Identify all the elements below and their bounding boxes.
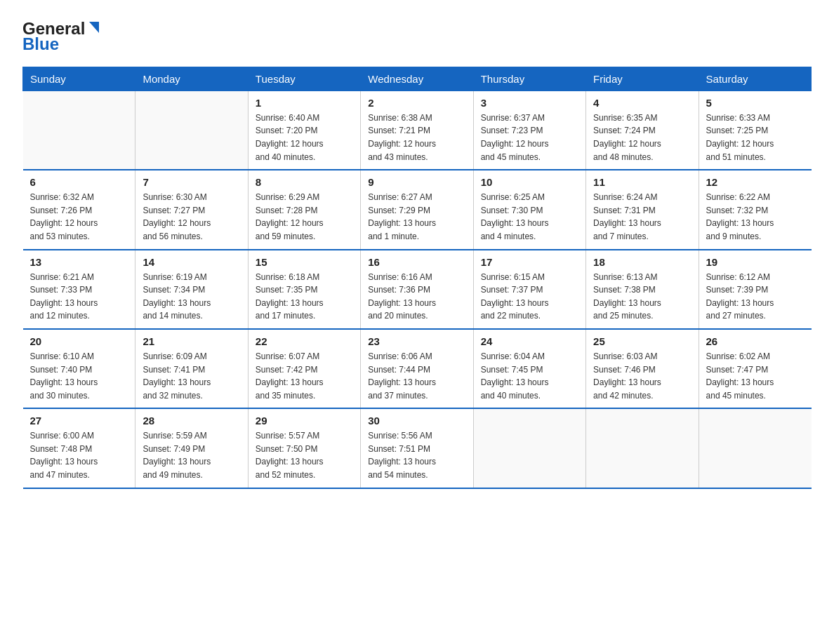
calendar-header-wednesday: Wednesday [361,67,473,90]
day-info: Sunrise: 6:40 AM Sunset: 7:20 PM Dayligh… [256,112,353,163]
logo-arrow-icon [86,20,102,36]
day-info: Sunrise: 6:37 AM Sunset: 7:23 PM Dayligh… [481,112,578,163]
page-header: General Blue [22,17,812,54]
day-number: 7 [143,176,240,188]
day-number: 16 [368,256,465,268]
day-info: Sunrise: 6:33 AM Sunset: 7:25 PM Dayligh… [706,112,805,163]
calendar-cell: 19Sunrise: 6:12 AM Sunset: 7:39 PM Dayli… [699,250,811,329]
day-number: 5 [706,97,805,109]
calendar-cell: 2Sunrise: 6:38 AM Sunset: 7:21 PM Daylig… [361,90,473,170]
day-info: Sunrise: 6:29 AM Sunset: 7:28 PM Dayligh… [256,191,353,243]
calendar-cell: 9Sunrise: 6:27 AM Sunset: 7:29 PM Daylig… [361,170,473,249]
calendar-cell: 16Sunrise: 6:16 AM Sunset: 7:36 PM Dayli… [361,250,473,329]
calendar-table: SundayMondayTuesdayWednesdayThursdayFrid… [22,67,812,489]
calendar-header-sunday: Sunday [23,67,135,90]
day-info: Sunrise: 6:32 AM Sunset: 7:26 PM Dayligh… [30,191,128,243]
day-info: Sunrise: 6:13 AM Sunset: 7:38 PM Dayligh… [593,271,691,323]
day-info: Sunrise: 5:59 AM Sunset: 7:49 PM Dayligh… [143,429,240,481]
day-number: 13 [30,256,128,268]
calendar-cell: 4Sunrise: 6:35 AM Sunset: 7:24 PM Daylig… [586,90,699,170]
calendar-cell [473,408,585,488]
calendar-cell: 10Sunrise: 6:25 AM Sunset: 7:30 PM Dayli… [473,170,585,249]
calendar-cell: 28Sunrise: 5:59 AM Sunset: 7:49 PM Dayli… [135,408,248,488]
calendar-week-row: 6Sunrise: 6:32 AM Sunset: 7:26 PM Daylig… [23,170,812,249]
logo: General Blue [22,17,102,54]
calendar-cell: 13Sunrise: 6:21 AM Sunset: 7:33 PM Dayli… [23,250,135,329]
calendar-cell: 7Sunrise: 6:30 AM Sunset: 7:27 PM Daylig… [135,170,248,249]
calendar-cell: 18Sunrise: 6:13 AM Sunset: 7:38 PM Dayli… [586,250,699,329]
day-number: 29 [256,415,353,427]
logo-svg: General Blue [22,20,102,54]
day-number: 9 [368,176,465,188]
calendar-cell: 26Sunrise: 6:02 AM Sunset: 7:47 PM Dayli… [699,329,811,408]
calendar-cell: 14Sunrise: 6:19 AM Sunset: 7:34 PM Dayli… [135,250,248,329]
day-number: 25 [593,335,691,347]
day-number: 23 [368,335,465,347]
day-info: Sunrise: 6:02 AM Sunset: 7:47 PM Dayligh… [706,350,805,402]
day-number: 30 [368,415,465,427]
day-number: 21 [143,335,240,347]
calendar-cell: 6Sunrise: 6:32 AM Sunset: 7:26 PM Daylig… [23,170,135,249]
day-info: Sunrise: 6:24 AM Sunset: 7:31 PM Dayligh… [593,191,691,243]
calendar-cell [699,408,811,488]
calendar-cell: 15Sunrise: 6:18 AM Sunset: 7:35 PM Dayli… [248,250,360,329]
calendar-header-row: SundayMondayTuesdayWednesdayThursdayFrid… [23,67,812,90]
day-info: Sunrise: 6:18 AM Sunset: 7:35 PM Dayligh… [256,271,353,323]
day-info: Sunrise: 5:56 AM Sunset: 7:51 PM Dayligh… [368,429,465,481]
day-number: 22 [256,335,353,347]
calendar-cell [586,408,699,488]
calendar-header-friday: Friday [586,67,699,90]
day-info: Sunrise: 6:22 AM Sunset: 7:32 PM Dayligh… [706,191,805,243]
day-info: Sunrise: 6:10 AM Sunset: 7:40 PM Dayligh… [30,350,128,402]
day-info: Sunrise: 6:19 AM Sunset: 7:34 PM Dayligh… [143,271,240,323]
day-info: Sunrise: 6:09 AM Sunset: 7:41 PM Dayligh… [143,350,240,402]
day-number: 6 [30,176,128,188]
day-info: Sunrise: 6:07 AM Sunset: 7:42 PM Dayligh… [256,350,353,402]
calendar-header-thursday: Thursday [473,67,585,90]
day-number: 14 [143,256,240,268]
day-number: 28 [143,415,240,427]
calendar-header-monday: Monday [135,67,248,90]
svg-marker-0 [89,22,99,33]
calendar-cell: 20Sunrise: 6:10 AM Sunset: 7:40 PM Dayli… [23,329,135,408]
day-number: 2 [368,97,465,109]
day-info: Sunrise: 6:35 AM Sunset: 7:24 PM Dayligh… [593,112,691,163]
calendar-cell: 25Sunrise: 6:03 AM Sunset: 7:46 PM Dayli… [586,329,699,408]
day-info: Sunrise: 6:03 AM Sunset: 7:46 PM Dayligh… [593,350,691,402]
day-info: Sunrise: 5:57 AM Sunset: 7:50 PM Dayligh… [256,429,353,481]
day-number: 4 [593,97,691,109]
day-info: Sunrise: 6:04 AM Sunset: 7:45 PM Dayligh… [481,350,578,402]
day-info: Sunrise: 6:38 AM Sunset: 7:21 PM Dayligh… [368,112,465,163]
calendar-cell: 5Sunrise: 6:33 AM Sunset: 7:25 PM Daylig… [699,90,811,170]
day-number: 8 [256,176,353,188]
day-info: Sunrise: 6:21 AM Sunset: 7:33 PM Dayligh… [30,271,128,323]
calendar-cell: 24Sunrise: 6:04 AM Sunset: 7:45 PM Dayli… [473,329,585,408]
calendar-week-row: 13Sunrise: 6:21 AM Sunset: 7:33 PM Dayli… [23,250,812,329]
calendar-header-tuesday: Tuesday [248,67,360,90]
calendar-cell: 29Sunrise: 5:57 AM Sunset: 7:50 PM Dayli… [248,408,360,488]
day-info: Sunrise: 6:16 AM Sunset: 7:36 PM Dayligh… [368,271,465,323]
calendar-cell: 1Sunrise: 6:40 AM Sunset: 7:20 PM Daylig… [248,90,360,170]
calendar-cell: 11Sunrise: 6:24 AM Sunset: 7:31 PM Dayli… [586,170,699,249]
calendar-cell: 3Sunrise: 6:37 AM Sunset: 7:23 PM Daylig… [473,90,585,170]
calendar-cell [135,90,248,170]
calendar-cell: 22Sunrise: 6:07 AM Sunset: 7:42 PM Dayli… [248,329,360,408]
calendar-week-row: 27Sunrise: 6:00 AM Sunset: 7:48 PM Dayli… [23,408,812,488]
day-number: 26 [706,335,805,347]
day-info: Sunrise: 6:06 AM Sunset: 7:44 PM Dayligh… [368,350,465,402]
day-number: 17 [481,256,578,268]
day-info: Sunrise: 6:30 AM Sunset: 7:27 PM Dayligh… [143,191,240,243]
calendar-cell: 17Sunrise: 6:15 AM Sunset: 7:37 PM Dayli… [473,250,585,329]
calendar-cell: 30Sunrise: 5:56 AM Sunset: 7:51 PM Dayli… [361,408,473,488]
day-info: Sunrise: 6:25 AM Sunset: 7:30 PM Dayligh… [481,191,578,243]
day-info: Sunrise: 6:15 AM Sunset: 7:37 PM Dayligh… [481,271,578,323]
calendar-header-saturday: Saturday [699,67,811,90]
calendar-cell: 23Sunrise: 6:06 AM Sunset: 7:44 PM Dayli… [361,329,473,408]
day-number: 20 [30,335,128,347]
day-number: 12 [706,176,805,188]
calendar-week-row: 1Sunrise: 6:40 AM Sunset: 7:20 PM Daylig… [23,90,812,170]
day-number: 18 [593,256,691,268]
day-number: 27 [30,415,128,427]
calendar-cell: 8Sunrise: 6:29 AM Sunset: 7:28 PM Daylig… [248,170,360,249]
day-number: 15 [256,256,353,268]
